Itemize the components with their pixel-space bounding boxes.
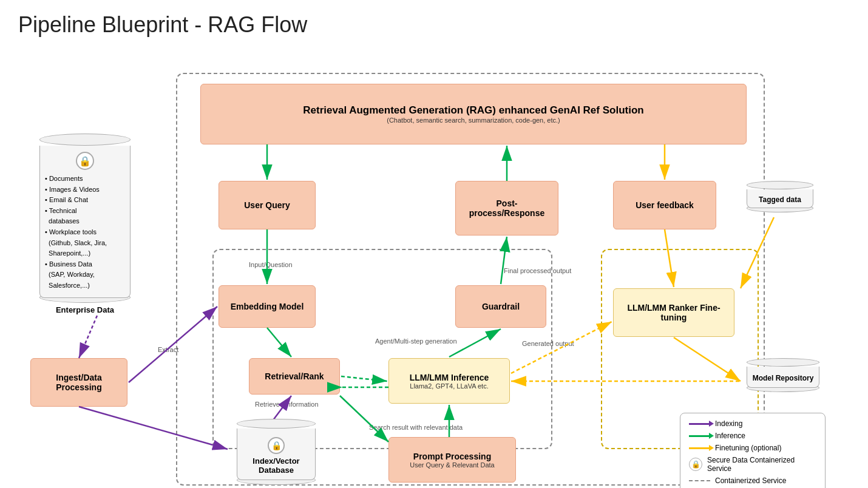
tagged-data-cylinder: Tagged data — [741, 181, 819, 212]
user-query-label: User Query — [244, 200, 290, 210]
llm-inference-box: LLM/LMM Inference Llama2, GPT4, LLaVA et… — [388, 358, 510, 404]
diagram-area: Retrieval Augmented Generation (RAG) enh… — [12, 49, 856, 480]
llm-inference-subtitle: Llama2, GPT4, LLaVA etc. — [410, 382, 488, 390]
rag-solution-title: Retrieval Augmented Generation (RAG) enh… — [303, 104, 643, 117]
model-repository-label: Model Repository — [750, 374, 816, 382]
tagged-data-label: Tagged data — [750, 195, 810, 204]
legend-finetuning-label: Finetuning (optional) — [715, 444, 781, 452]
legend-finetuning: Finetuning (optional) — [689, 444, 816, 452]
rag-solution-box: Retrieval Augmented Generation (RAG) enh… — [200, 84, 747, 144]
prompt-processing-label: Prompt Processing — [413, 452, 491, 461]
post-process-box: Post-process/Response — [455, 181, 558, 236]
prompt-processing-subtitle: User Query & Relevant Data — [410, 461, 494, 469]
ingest-processing-label: Ingest/Data Processing — [36, 373, 122, 392]
rag-solution-subtitle: (Chatbot, semantic search, summarization… — [387, 117, 560, 124]
generated-output-label: Generated output — [522, 340, 574, 347]
search-result-label: Search result with relevant data — [369, 424, 463, 431]
svg-line-7 — [79, 316, 97, 358]
guardrail-box: Guardrail — [455, 285, 546, 328]
prompt-processing-box: Prompt Processing User Query & Relevant … — [388, 437, 516, 483]
extract-label: Extract — [158, 346, 178, 353]
legend-indexing: Indexing — [689, 419, 816, 428]
llm-ranker-label: LLM/LMM Ranker Fine-tuning — [619, 303, 729, 322]
index-db-cylinder: 🔒 Index/Vector Database — [228, 419, 325, 485]
legend-secure-label: Secure Data ContainerizedService — [707, 456, 795, 473]
enterprise-data-label: Enterprise Data — [56, 305, 114, 314]
model-repository-cylinder: Model Repository — [741, 358, 826, 392]
embedding-model-label: Embedding Model — [231, 302, 304, 311]
final-processed-label: Final processed output — [504, 267, 571, 274]
ingest-processing-box: Ingest/Data Processing — [30, 358, 127, 407]
input-question-label: Input/Question — [249, 261, 293, 268]
index-db-label: Index/Vector Database — [242, 456, 310, 475]
legend-dashed: Containerized Service — [689, 476, 816, 485]
retrieval-rank-box: Retrieval/Rank — [249, 358, 340, 395]
page-title: Pipeline Blueprint - RAG Flow — [0, 0, 868, 44]
llm-ranker-box: LLM/LMM Ranker Fine-tuning — [613, 288, 734, 337]
legend-inference: Inference — [689, 432, 816, 440]
guardrail-label: Guardrail — [482, 302, 520, 311]
user-feedback-box: User feedback — [613, 181, 716, 229]
llm-inference-label: LLM/LMM Inference — [410, 373, 489, 382]
agent-multistep-label: Agent/Multi-step generation — [375, 337, 457, 345]
legend-secure-data: 🔒 Secure Data ContainerizedService — [689, 456, 816, 473]
retrieval-rank-label: Retrieval/Rank — [265, 371, 324, 381]
user-query-box: User Query — [219, 181, 316, 229]
user-feedback-label: User feedback — [636, 200, 694, 210]
enterprise-data-cylinder: 🔒 • Documents • Images & Videos • Email … — [30, 134, 140, 314]
legend: Indexing Inference Finetuning (optional)… — [680, 413, 826, 488]
legend-indexing-label: Indexing — [715, 419, 742, 428]
post-process-label: Post-process/Response — [461, 198, 553, 218]
retrieved-info-label: Retrieved information — [255, 401, 319, 408]
legend-inference-label: Inference — [715, 432, 745, 440]
legend-dashed-label: Containerized Service — [715, 476, 786, 485]
embedding-model-box: Embedding Model — [219, 285, 316, 328]
